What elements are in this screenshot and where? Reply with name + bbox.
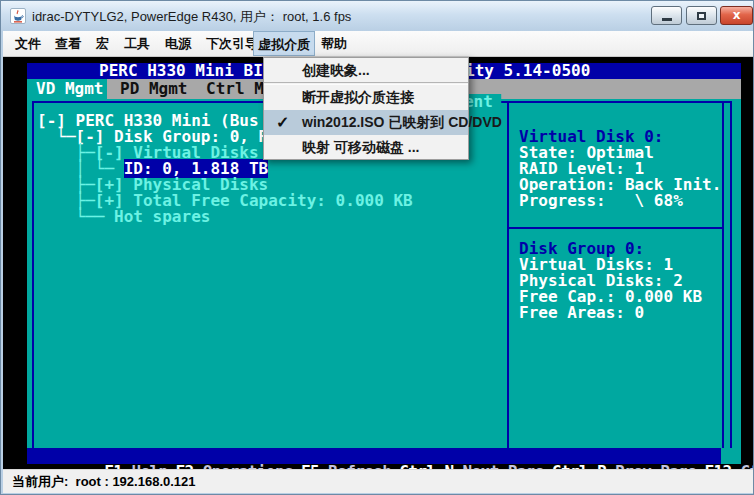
minimize-icon xyxy=(662,18,672,21)
restore-button[interactable] xyxy=(686,6,717,25)
minimize-button[interactable] xyxy=(651,6,682,25)
menu-item-map-removable-disk[interactable]: 映射 可移动磁盘 ... xyxy=(264,135,468,159)
menu-help[interactable]: 帮助 xyxy=(317,31,351,56)
current-user-value: root : 192.168.0.121 xyxy=(68,474,195,489)
window-title: idrac-DYTYLG2, PowerEdge R430, 用户： root,… xyxy=(32,8,351,26)
menu-item-create-image[interactable]: 创建映象... xyxy=(264,58,468,82)
window-titlebar[interactable]: idrac-DYTYLG2, PowerEdge R430, 用户： root,… xyxy=(1,1,754,31)
menu-tools[interactable]: 工具 xyxy=(120,31,154,56)
panel-divider-line xyxy=(507,101,509,448)
menu-virtual-media[interactable]: 虚拟介质 xyxy=(253,31,315,56)
tab-pd-mgmt[interactable]: PD Mgmt xyxy=(111,79,196,99)
menu-file[interactable]: 文件 xyxy=(11,31,45,56)
menu-item-disconnect-virtual-media[interactable]: 断开虚拟介质连接 xyxy=(264,85,468,110)
dg-free-areas: Free Areas: 0 xyxy=(519,305,644,321)
menu-power[interactable]: 电源 xyxy=(161,31,195,56)
checkmark-icon: ✓ xyxy=(276,110,289,135)
menu-bar: 文件 查看 宏 工具 电源 下次引导 虚拟介质 帮助 xyxy=(3,31,753,57)
java-app-icon xyxy=(10,8,26,24)
menu-item-mapped-iso[interactable]: ✓win2012.ISO 已映射到 CD/DVD xyxy=(264,110,468,135)
tab-vd-mgmt[interactable]: VD Mgmt xyxy=(27,79,107,99)
restore-icon xyxy=(697,12,706,20)
close-button[interactable]: x xyxy=(720,6,753,25)
menu-macro[interactable]: 宏 xyxy=(92,31,113,56)
idrac-viewer-window: idrac-DYTYLG2, PowerEdge R430, 用户： root,… xyxy=(0,0,754,495)
current-user-status: 当前用户: root : 192.168.0.121 xyxy=(12,470,196,493)
mapped-iso-label: win2012.ISO 已映射到 CD/DVD xyxy=(302,114,502,130)
tree-row-hot-spares[interactable]: └── Hot spares xyxy=(37,209,210,225)
vd-tree: [-] PERC H330 Mini (Bus 0x └─[-] Disk Gr… xyxy=(37,113,114,257)
disk-group-info-panel: Disk Group 0: Virtual Disks: 1 Physical … xyxy=(519,241,596,353)
vd-progress: Progress: \ 68% xyxy=(519,193,683,209)
virtual-media-dropdown: 创建映象... 断开虚拟介质连接 ✓win2012.ISO 已映射到 CD/DV… xyxy=(263,57,469,160)
current-user-label: 当前用户: xyxy=(12,474,68,489)
panel-right-border-line xyxy=(722,101,724,448)
status-bar: 当前用户: root : 192.168.0.121 xyxy=(3,469,753,493)
virtual-disk-info-panel: Virtual Disk 0: State: Optimal RAID Leve… xyxy=(519,129,596,241)
close-icon: x xyxy=(721,8,752,22)
menu-view[interactable]: 查看 xyxy=(51,31,85,56)
fkey-bar: F1-HelpF2-OperationsF5-RefreshCtrl-N-Nex… xyxy=(27,448,721,464)
